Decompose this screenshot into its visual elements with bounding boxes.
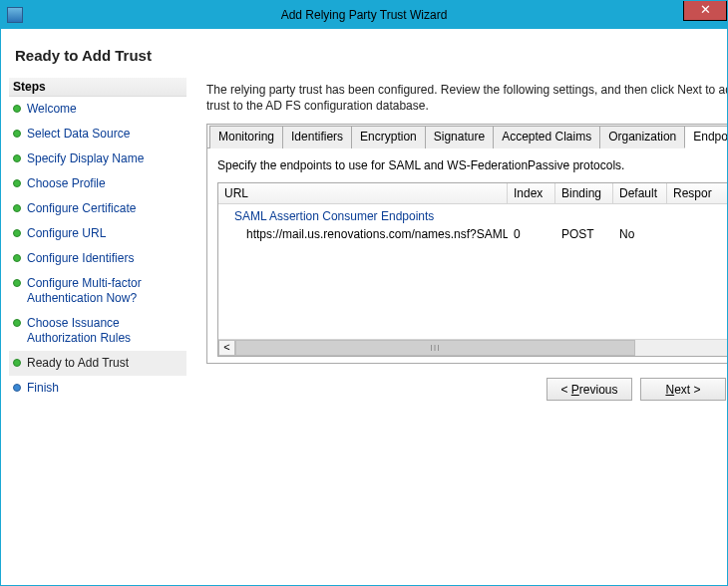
titlebar: Add Relying Party Trust Wizard ✕ bbox=[1, 1, 727, 29]
step-label: Ready to Add Trust bbox=[27, 356, 129, 371]
step-label: Configure Multi-factor Authentication No… bbox=[27, 276, 182, 306]
sidebar-step[interactable]: Configure URL bbox=[9, 221, 186, 246]
previous-button[interactable]: < Previous bbox=[546, 378, 632, 401]
step-bullet-icon bbox=[13, 130, 21, 138]
scroll-grip-icon: III bbox=[430, 343, 441, 353]
step-label: Choose Profile bbox=[27, 176, 106, 191]
tab-strip: MonitoringIdentifiersEncryptionSignature… bbox=[207, 125, 728, 148]
tab-organization[interactable]: Organization bbox=[599, 126, 685, 148]
cell-response bbox=[667, 225, 728, 243]
settings-tabs: MonitoringIdentifiersEncryptionSignature… bbox=[206, 124, 728, 364]
step-label: Configure Certificate bbox=[27, 201, 136, 216]
step-bullet-icon bbox=[13, 254, 21, 262]
wizard-buttons: < Previous Next > Cancel bbox=[206, 364, 728, 401]
tab-endpoints[interactable]: Endpoints bbox=[684, 126, 728, 148]
endpoints-list: URL Index Binding Default Respor SAML As… bbox=[217, 182, 728, 357]
col-header-response[interactable]: Respor bbox=[667, 183, 728, 203]
cell-binding: POST bbox=[555, 225, 613, 243]
col-header-binding[interactable]: Binding bbox=[555, 183, 613, 203]
close-icon[interactable]: ✕ bbox=[683, 1, 727, 21]
page-heading: Ready to Add Trust bbox=[1, 29, 727, 78]
step-bullet-icon bbox=[13, 204, 21, 212]
intro-text: The relying party trust has been configu… bbox=[206, 82, 728, 114]
step-label: Configure URL bbox=[27, 226, 106, 241]
cell-default: No bbox=[613, 225, 667, 243]
tab-encryption[interactable]: Encryption bbox=[351, 126, 426, 148]
cell-url: https://mail.us.renovations.com/names.ns… bbox=[218, 225, 508, 243]
step-label: Welcome bbox=[27, 102, 77, 117]
step-bullet-icon bbox=[13, 319, 21, 327]
scroll-left-icon[interactable]: < bbox=[218, 340, 235, 356]
cell-index: 0 bbox=[508, 225, 555, 243]
sidebar-step[interactable]: Welcome bbox=[9, 97, 186, 122]
step-bullet-icon bbox=[13, 154, 21, 162]
endpoints-body: SAML Assertion Consumer Endpoints https:… bbox=[218, 204, 728, 339]
tab-monitoring[interactable]: Monitoring bbox=[209, 126, 283, 148]
step-bullet-icon bbox=[13, 384, 21, 392]
horizontal-scrollbar[interactable]: < III > bbox=[218, 339, 728, 356]
step-bullet-icon bbox=[13, 179, 21, 187]
col-header-index[interactable]: Index bbox=[508, 183, 555, 203]
step-bullet-icon bbox=[13, 229, 21, 237]
step-bullet-icon bbox=[13, 279, 21, 287]
sidebar-step[interactable]: Specify Display Name bbox=[9, 146, 186, 171]
scroll-thumb[interactable]: III bbox=[235, 340, 635, 356]
step-bullet-icon bbox=[13, 105, 21, 113]
sidebar-step[interactable]: Ready to Add Trust bbox=[9, 351, 186, 376]
tab-body-endpoints: Specify the endpoints to use for SAML an… bbox=[207, 148, 728, 363]
endpoint-group-label[interactable]: SAML Assertion Consumer Endpoints bbox=[218, 207, 728, 225]
tab-identifiers[interactable]: Identifiers bbox=[282, 126, 352, 148]
endpoints-header: URL Index Binding Default Respor bbox=[218, 183, 728, 204]
step-label: Specify Display Name bbox=[27, 151, 144, 166]
steps-sidebar: Steps WelcomeSelect Data SourceSpecify D… bbox=[9, 78, 186, 401]
sidebar-step[interactable]: Configure Identifiers bbox=[9, 246, 186, 271]
step-bullet-icon bbox=[13, 359, 21, 367]
sidebar-step[interactable]: Configure Multi-factor Authentication No… bbox=[9, 271, 186, 311]
col-header-url[interactable]: URL bbox=[218, 183, 508, 203]
col-header-default[interactable]: Default bbox=[613, 183, 667, 203]
step-label: Configure Identifiers bbox=[27, 251, 134, 266]
sidebar-step[interactable]: Choose Profile bbox=[9, 171, 186, 196]
steps-label: Steps bbox=[9, 78, 186, 97]
sidebar-step[interactable]: Finish bbox=[9, 376, 186, 401]
next-button[interactable]: Next > bbox=[640, 378, 726, 401]
step-label: Finish bbox=[27, 381, 59, 396]
sidebar-step[interactable]: Select Data Source bbox=[9, 122, 186, 146]
step-label: Choose Issuance Authorization Rules bbox=[27, 316, 182, 346]
step-label: Select Data Source bbox=[27, 127, 130, 142]
tab-signature[interactable]: Signature bbox=[425, 126, 494, 148]
scroll-track[interactable]: III bbox=[235, 340, 728, 356]
endpoint-row[interactable]: https://mail.us.renovations.com/names.ns… bbox=[218, 225, 728, 243]
sidebar-step[interactable]: Configure Certificate bbox=[9, 196, 186, 221]
tab-description: Specify the endpoints to use for SAML an… bbox=[217, 158, 728, 172]
sidebar-step[interactable]: Choose Issuance Authorization Rules bbox=[9, 311, 186, 351]
tab-accepted-claims[interactable]: Accepted Claims bbox=[493, 126, 600, 148]
main-panel: The relying party trust has been configu… bbox=[186, 78, 728, 401]
window-title: Add Relying Party Trust Wizard bbox=[1, 8, 727, 22]
